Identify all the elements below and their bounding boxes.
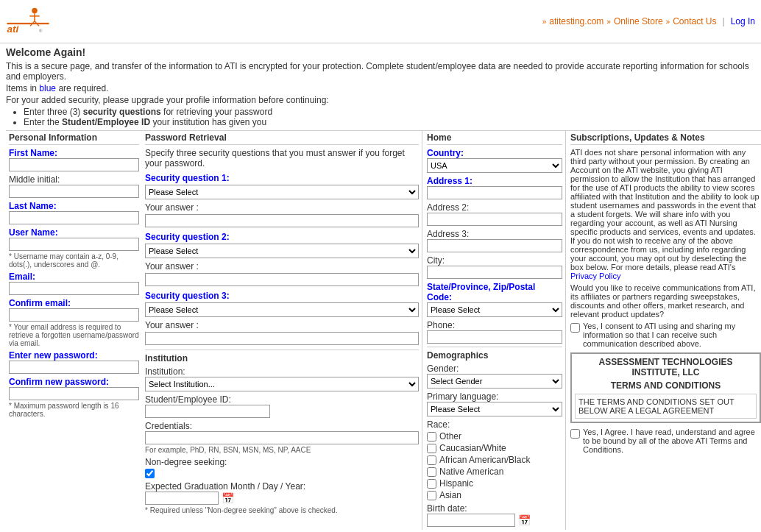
race-asian-checkbox[interactable] — [427, 491, 436, 500]
gender-field: Gender: Select Gender — [427, 363, 562, 389]
security-q1-label: Security question 1: — [145, 173, 419, 183]
primary-lang-label: Primary language: — [427, 391, 562, 402]
first-name-field: First Name: — [9, 148, 139, 171]
intro-text: This is a secure page, and transfer of t… — [6, 61, 755, 82]
confirm-password-field: Confirm new password: * Maximum password… — [9, 377, 139, 418]
nondeg-checkbox[interactable] — [145, 469, 155, 478]
login-link[interactable]: Log In — [731, 16, 755, 26]
gender-select[interactable]: Select Gender — [427, 374, 562, 389]
consent-label: Yes, I consent to ATI using and sharing … — [583, 322, 761, 348]
country-field: Country: USA — [427, 148, 562, 173]
subscriptions-title: Subscriptions, Updates & Notes — [570, 131, 761, 145]
employee-id-input[interactable] — [145, 405, 270, 418]
race-caucasian-checkbox[interactable] — [427, 444, 436, 453]
consent-row: Yes, I consent to ATI using and sharing … — [570, 322, 761, 348]
agree-checkbox[interactable] — [570, 429, 580, 439]
confirm-email-input[interactable] — [9, 308, 139, 322]
home-title: Home — [427, 131, 562, 145]
security-q3-group: Security question 3: Please Select Your … — [145, 291, 419, 345]
answer2-input[interactable] — [145, 273, 419, 286]
primary-lang-select[interactable]: Please Select — [427, 402, 562, 416]
grad-required-note: * Required unless "Non-degree seeking" a… — [145, 506, 419, 514]
city-input[interactable] — [427, 266, 562, 279]
race-native-american-checkbox[interactable] — [427, 467, 436, 477]
credentials-example: For example, PhD, RN, BSN, MSN, MS, NP, … — [145, 446, 419, 454]
confirm-password-input[interactable] — [9, 387, 139, 400]
birth-date-field: Birth date: 📅 — [427, 503, 562, 527]
password-retrieval-col: Password Retrieval Specify three securit… — [142, 130, 422, 530]
address1-input[interactable] — [427, 186, 562, 199]
grad-date-field: Expected Graduation Month / Day / Year: … — [145, 481, 419, 514]
grad-date-label: Expected Graduation Month / Day / Year: — [145, 481, 419, 492]
security-intro: For your added security, please upgrade … — [6, 95, 755, 105]
contact-us-link[interactable]: Contact Us — [673, 16, 716, 26]
security-q2-select[interactable]: Please Select — [145, 244, 419, 258]
race-hispanic-checkbox[interactable] — [427, 479, 436, 489]
institution-section: Institution Institution: Select Institut… — [145, 350, 419, 514]
svg-text:®: ® — [39, 29, 43, 33]
address3-input[interactable] — [427, 239, 562, 252]
birth-date-input[interactable] — [427, 514, 515, 527]
employee-id-field: Student/Employee ID: — [145, 394, 419, 418]
calendar-icon[interactable]: 📅 — [222, 492, 234, 504]
answer3-input[interactable] — [145, 332, 419, 345]
race-african-american-checkbox[interactable] — [427, 455, 436, 465]
city-label: City: — [427, 255, 562, 266]
address2-input[interactable] — [427, 213, 562, 226]
address3-field: Address 3: — [427, 229, 562, 252]
security-desc: Specify three security questions that yo… — [145, 148, 419, 169]
username-input[interactable] — [9, 238, 139, 251]
terms-heading: TERMS AND CONDITIONS — [575, 380, 757, 391]
consent-checkbox[interactable] — [570, 323, 580, 333]
primary-lang-field: Primary language: Please Select — [427, 391, 562, 416]
answer3-label: Your answer : — [145, 320, 419, 330]
city-field: City: — [427, 255, 562, 279]
grad-date-input[interactable] — [145, 492, 219, 505]
last-name-input[interactable] — [9, 211, 139, 224]
race-native-american: Native American — [427, 467, 562, 477]
last-name-field: Last Name: — [9, 201, 139, 224]
security-q1-select[interactable]: Please Select — [145, 185, 419, 199]
welcome-title: Welcome Again! — [6, 46, 755, 58]
state-field: State/Province, Zip/Postal Code: Please … — [427, 282, 562, 317]
subscriptions-text: ATI does not share personal information … — [570, 148, 761, 280]
answer1-input[interactable] — [145, 214, 419, 227]
blue-text: blue — [39, 83, 56, 93]
nondeg-field: Non-degree seeking: — [145, 457, 419, 478]
middle-initial-input[interactable] — [9, 185, 139, 198]
communications-text: Would you like to receive communications… — [570, 283, 761, 319]
first-name-input[interactable] — [9, 158, 139, 171]
enter-password-label: Enter new password: — [9, 350, 139, 361]
email-input[interactable] — [9, 282, 139, 295]
bullet-2: Enter the Student/Employee ID your insti… — [24, 117, 755, 127]
nondeg-label: Non-degree seeking: — [145, 457, 419, 467]
email-field: Email: — [9, 272, 139, 295]
security-q3-select[interactable]: Please Select — [145, 302, 419, 317]
atitesting-link[interactable]: atitesting.com — [549, 16, 604, 26]
privacy-policy-link[interactable]: Privacy Policy — [570, 272, 620, 280]
username-field: User Name: * Username may contain a-z, 0… — [9, 227, 139, 269]
birth-date-calendar-icon[interactable]: 📅 — [518, 514, 531, 526]
required-note: Items in blue are required. — [6, 83, 755, 93]
header: ati ® » atitesting.com » Online Store » … — [0, 0, 761, 43]
terms-scroll[interactable]: THE TERMS AND CONDITIONS SET OUT BELOW A… — [575, 394, 757, 419]
agree-row: Yes, I Agree. I have read, understand an… — [570, 428, 761, 454]
subscriptions-col: Subscriptions, Updates & Notes ATI does … — [565, 130, 761, 530]
race-label: Race: — [427, 419, 562, 430]
enter-password-input[interactable] — [9, 361, 139, 374]
confirm-email-field: Confirm email: * Your email address is r… — [9, 298, 139, 347]
race-other-checkbox[interactable] — [427, 432, 436, 441]
phone-input[interactable] — [427, 330, 562, 344]
race-field: Race: Other Caucasian/White African Amer… — [427, 419, 562, 500]
address2-field: Address 2: — [427, 202, 562, 226]
institution-field: Institution: Select Institution... — [145, 366, 419, 391]
state-label: State/Province, Zip/Postal Code: — [427, 282, 562, 302]
security-q1-group: Security question 1: Please Select Your … — [145, 173, 419, 227]
online-store-link[interactable]: Online Store — [614, 16, 663, 26]
institution-select[interactable]: Select Institution... — [145, 377, 419, 391]
state-select[interactable]: Please Select — [427, 302, 562, 317]
confirm-email-label: Confirm email: — [9, 298, 139, 308]
credentials-input[interactable] — [145, 431, 419, 444]
security-q3-label: Security question 3: — [145, 291, 419, 301]
country-select[interactable]: USA — [427, 158, 562, 173]
